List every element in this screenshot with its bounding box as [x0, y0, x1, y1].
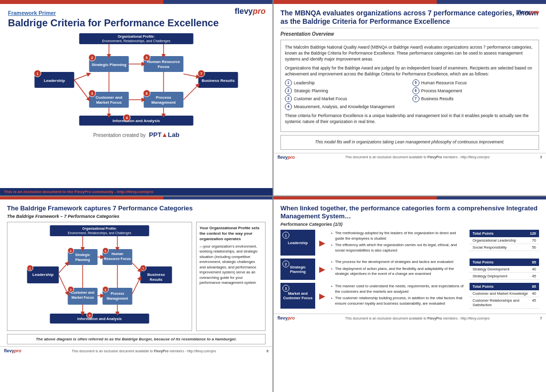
- svg-text:Human Resource: Human Resource: [147, 60, 180, 64]
- slide4-cat-row-2: 2 Strategic Planning ▶ The process for t…: [280, 259, 539, 280]
- svg-text:5: 5: [146, 56, 148, 60]
- slide3-footer: flevypro This document is an exclusive d…: [0, 346, 273, 355]
- pptlab-text: Presentation created by: [93, 132, 146, 138]
- slide4-page-num: 7: [540, 317, 542, 320]
- total-points-val-3: 85: [532, 284, 536, 289]
- cat-7: 7 Business Results: [412, 95, 535, 102]
- slide4-footer-text: This document is an exclusive document a…: [345, 317, 490, 320]
- cat-1: 1 Leadership: [285, 79, 408, 86]
- slide4-arrow-1: ▶: [319, 230, 325, 256]
- slide4-cat-row-1: 1 Leadership ▶ The methodology adopted b…: [280, 230, 539, 256]
- svg-text:Leadership: Leadership: [44, 78, 65, 83]
- svg-text:Organizational Profile:: Organizational Profile:: [118, 35, 155, 39]
- slide4-points-row-2a: Strategy Development40: [470, 266, 539, 273]
- top-bar-2: [273, 0, 546, 4]
- svg-text:Leadership: Leadership: [32, 272, 54, 277]
- cat-label-2: Strategic Planning: [294, 88, 328, 94]
- svg-text:4: 4: [126, 116, 128, 120]
- slide-1: flevypro Framework Primer Baldrige Crite…: [0, 0, 273, 196]
- footer-brand-1: FlevyPro: [74, 190, 91, 194]
- cat-5: 5 Human Resource Focus: [412, 79, 535, 86]
- footer-text-3: This document is an exclusive document a…: [72, 349, 154, 353]
- svg-text:Customer and: Customer and: [71, 291, 94, 294]
- slide4-cat-row-3: 3 Market and Customer Focus ▶ The manner…: [280, 283, 539, 309]
- slide4-cat1-bullet2: The efficiency with which the organizati…: [331, 243, 464, 253]
- slide2-text-box: The Malcolm Baldrige National Quality Aw…: [280, 40, 539, 132]
- cat-label-3: Customer and Market Focus: [294, 96, 347, 102]
- cat-num-5: 5: [412, 79, 419, 86]
- pptlab-credit: Presentation created by PPT▲Lab: [8, 131, 265, 138]
- cat-2: 2 Strategic Planning: [285, 87, 408, 94]
- slide4-cat-bullets-2: The process for the development of strat…: [329, 259, 466, 280]
- slide2-para3: These criteria for Performance Excellenc…: [285, 113, 535, 125]
- svg-line-38: [184, 74, 199, 77]
- flevy-logo-2: flevypro: [518, 7, 539, 16]
- svg-text:Customer and: Customer and: [96, 95, 123, 100]
- slide4-cat3-bullet2: The customer relationship building proce…: [331, 296, 464, 306]
- slide2-footer-logo: flevypro: [277, 155, 295, 160]
- svg-text:Organizational Profile:: Organizational Profile:: [82, 227, 117, 231]
- total-points-label-1: Total Points: [473, 231, 493, 236]
- footer-url-3: members - http://flevy.com/pro: [169, 349, 216, 353]
- svg-line-87: [133, 278, 140, 294]
- cat-label-7: Business Results: [421, 96, 454, 102]
- slide2-para1: The Malcolm Baldrige National Quality Aw…: [285, 44, 535, 63]
- cat-num-6: 6: [412, 87, 419, 94]
- total-points-val-2: 85: [532, 260, 536, 264]
- slide3-side-box: Your Organizational Profile sets the con…: [196, 222, 266, 331]
- slide3-side-title: Your Organizational Profile sets the con…: [200, 225, 262, 242]
- svg-text:Environment, Relationships, an: Environment, Relationships, and Challeng…: [68, 231, 132, 235]
- slide4-points-row-3b: Customer Relationships and Satisfaction4…: [470, 297, 539, 309]
- slide-3: The Baldrige Framework captures 7 Perfor…: [0, 196, 273, 392]
- slide4-points-box-3: Total Points 85 Customer and Market Know…: [470, 283, 539, 309]
- framework-primer-label: Framework Primer: [8, 10, 265, 16]
- svg-text:7: 7: [201, 72, 203, 75]
- cat-num-4: 4: [285, 103, 292, 110]
- footer-text-4: This document is an exclusive document a…: [345, 317, 427, 320]
- svg-text:Environment, Relationships, an: Environment, Relationships, and Challeng…: [102, 39, 171, 43]
- svg-text:Resource Focus: Resource Focus: [104, 257, 131, 261]
- slide4-footer-logo: flevypro: [277, 316, 295, 321]
- slide2-footer: flevypro This document is an exclusive d…: [273, 153, 546, 161]
- slide4-points-box-2: Total Points 85 Strategy Development40 S…: [470, 259, 539, 280]
- slide2-main-title: The MBNQA evaluates organizations across…: [280, 9, 539, 28]
- slide4-cat-label-3: 3 Market and Customer Focus: [280, 283, 315, 309]
- svg-text:Business Results: Business Results: [202, 78, 235, 83]
- svg-text:1: 1: [37, 72, 39, 75]
- slide3-footer-logo: flevypro: [4, 348, 21, 353]
- svg-text:Information and Analysis: Information and Analysis: [113, 119, 160, 123]
- svg-text:3: 3: [91, 92, 93, 95]
- cat-4: 4 Measurement, Analysis, and Knowledge M…: [285, 103, 535, 110]
- slide4-points-row-3a: Customer and Market Knowledge40: [470, 290, 539, 297]
- total-points-label-2: Total Points: [473, 260, 493, 264]
- slide2-categories: 1 Leadership 5 Human Resource Focus 2 St…: [285, 79, 535, 110]
- svg-text:Business: Business: [147, 272, 165, 277]
- cat-label-4: Measurement, Analysis, and Knowledge Man…: [294, 104, 395, 110]
- slide4-arrow-3: ▶: [319, 283, 325, 309]
- side-box-body-text: —your organization's environment, workin…: [200, 244, 258, 285]
- side-box-title-text: Your Organizational Profile sets the con…: [200, 226, 260, 241]
- slide4-points-row-1a: Organizational Leadership70: [470, 237, 539, 244]
- svg-text:6: 6: [146, 92, 148, 95]
- svg-text:Strategic Planning: Strategic Planning: [91, 63, 126, 67]
- svg-line-34: [74, 74, 89, 80]
- svg-line-39: [184, 85, 199, 100]
- slide-2: flevypro The MBNQA evaluates organizatio…: [273, 0, 546, 196]
- svg-text:Strategic: Strategic: [75, 253, 90, 257]
- slide4-cat2-bullet2: The deployment of action plans, and the …: [331, 266, 464, 277]
- svg-text:Market Focus: Market Focus: [96, 100, 122, 105]
- svg-text:Results: Results: [150, 278, 162, 281]
- slide3-diagram: Organizational Profile: Environment, Rel…: [7, 222, 192, 331]
- slide2-pres-overview: Presentation Overview: [280, 31, 539, 37]
- slide3-diagram-row: Organizational Profile: Environment, Rel…: [7, 222, 266, 331]
- slide2-italic-text: This model fits well in organizations ta…: [315, 139, 505, 144]
- slide4-cat-num-1: 1: [282, 232, 289, 239]
- slide4-cat3-bullet1: The manner used to understand the needs,…: [331, 284, 464, 294]
- svg-text:Management: Management: [151, 100, 176, 105]
- svg-text:Market Focus: Market Focus: [71, 296, 94, 299]
- cat-num-3: 3: [285, 95, 292, 102]
- footer-text-1: This is an exclusive document to the: [4, 190, 74, 194]
- slide2-italic-box: This model fits well in organizations ta…: [280, 135, 539, 150]
- slide4-cat-label-2: 2 Strategic Planning: [280, 259, 315, 280]
- total-points-label-3: Total Points: [473, 284, 493, 289]
